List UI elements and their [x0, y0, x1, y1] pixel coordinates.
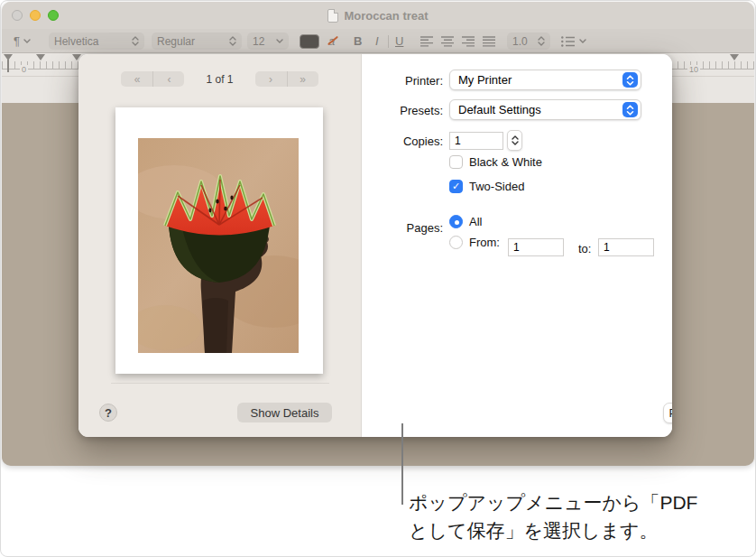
two-sided-label: Two-Sided: [469, 180, 524, 193]
printer-label: Printer:: [405, 74, 443, 88]
copies-value: 1: [455, 135, 461, 147]
page-nav-back: « ‹: [121, 71, 184, 87]
print-options-pane: Printer: My Printer Presets: Default Set…: [362, 54, 672, 437]
from-field[interactable]: 1: [508, 238, 564, 256]
callout-line2: として保存」を選択します。: [409, 516, 697, 544]
chevron-up-down-icon: [538, 36, 545, 46]
presets-value: Default Settings: [458, 103, 541, 116]
left-margin-marker[interactable]: [4, 54, 13, 60]
strikethrough-color-icon[interactable]: a: [328, 34, 335, 48]
bold-label: B: [354, 34, 362, 48]
font-style-value: Regular: [157, 35, 195, 48]
ruler-number: 0: [20, 65, 28, 74]
document-icon: [327, 9, 338, 23]
copies-label: Copies:: [403, 135, 443, 148]
chevron-up-down-icon: [132, 36, 139, 46]
checkmark-icon: ✓: [452, 181, 460, 192]
to-label: to:: [578, 242, 591, 255]
line-spacing-value: 1.0: [512, 35, 528, 48]
chevron-down-icon: [579, 39, 586, 43]
pages-all-radio[interactable]: [449, 215, 463, 228]
underline-label: U: [395, 34, 403, 48]
printer-popup[interactable]: My Printer: [449, 70, 641, 90]
font-family-select[interactable]: Helvetica: [49, 32, 144, 50]
black-white-label: Black & White: [469, 155, 542, 169]
to-value: 1: [604, 241, 610, 254]
pdf-menu-button[interactable]: PDF: [663, 403, 672, 423]
popup-chevrons-icon: [622, 72, 638, 88]
list-style-menu[interactable]: [561, 32, 586, 50]
black-white-option[interactable]: Black & White: [449, 155, 542, 169]
pages-all-option[interactable]: All: [449, 215, 482, 228]
callout-text: ポップアップメニューから「PDF として保存」を選択します。: [409, 488, 697, 544]
pages-range-option[interactable]: From:: [449, 236, 500, 249]
window-title: Moroccan treat: [344, 9, 428, 23]
two-sided-option[interactable]: ✓ Two-Sided: [449, 180, 524, 193]
copies-stepper[interactable]: [507, 130, 522, 151]
printer-value: My Printer: [458, 73, 512, 87]
ruler-number: 10: [687, 65, 700, 74]
underline-button[interactable]: U: [395, 32, 403, 50]
right-margin-marker[interactable]: [730, 54, 739, 60]
two-sided-checkbox[interactable]: ✓: [449, 180, 463, 193]
pages-label: Pages:: [407, 221, 443, 235]
callout-line: [401, 423, 403, 505]
text-color-well[interactable]: [300, 34, 319, 49]
callout-line1: ポップアップメニューから「PDF: [409, 488, 697, 516]
show-details-button[interactable]: Show Details: [237, 403, 332, 422]
align-left-button[interactable]: [420, 32, 434, 50]
help-label: ?: [105, 406, 112, 420]
copies-field[interactable]: 1: [449, 132, 503, 150]
last-page-button[interactable]: »: [287, 71, 318, 87]
black-white-checkbox[interactable]: [449, 155, 463, 169]
popup-chevrons-icon: [622, 102, 638, 117]
align-center-button[interactable]: [441, 32, 455, 50]
font-style-select[interactable]: Regular: [152, 32, 242, 50]
show-details-label: Show Details: [251, 406, 319, 420]
italic-button[interactable]: I: [375, 32, 379, 50]
line-spacing-stepper[interactable]: 1.0: [507, 32, 550, 50]
pages-all-label: All: [469, 215, 482, 228]
help-button[interactable]: ?: [99, 404, 117, 422]
chevron-up-down-icon: [229, 36, 236, 46]
pdf-label: PDF: [669, 406, 673, 420]
chevron-down-icon: [276, 39, 283, 43]
next-page-button[interactable]: ›: [255, 71, 287, 87]
previous-page-button[interactable]: ‹: [152, 71, 184, 87]
print-dialog: « ‹ 1 of 1 › »: [78, 54, 672, 437]
watermelon-photo: [138, 138, 299, 353]
font-family-value: Helvetica: [54, 35, 98, 48]
format-toolbar: ¶ Helvetica Regular 12: [2, 29, 754, 53]
presets-popup[interactable]: Default Settings: [449, 99, 641, 120]
indent-marker[interactable]: [36, 54, 45, 60]
title-bar: Moroccan treat: [2, 2, 754, 29]
bold-button[interactable]: B: [354, 32, 362, 50]
font-size-select[interactable]: 12: [247, 32, 289, 50]
from-value: 1: [513, 241, 520, 254]
page-indicator: 1 of 1: [206, 73, 233, 86]
toolbar-divider: [388, 35, 389, 48]
from-label: From:: [469, 236, 500, 249]
pages-range-radio[interactable]: [449, 236, 463, 249]
paragraph-style-menu[interactable]: ¶: [14, 32, 31, 50]
italic-label: I: [375, 34, 379, 48]
chevron-down-icon: [23, 39, 31, 43]
preview-well-border: [111, 383, 329, 384]
screenshot-figure: Moroccan treat ¶ Helvetica Regular: [0, 0, 756, 557]
print-preview-page: [115, 107, 323, 374]
align-right-button[interactable]: [462, 32, 475, 50]
to-field[interactable]: 1: [598, 238, 654, 256]
align-justify-button[interactable]: [483, 32, 496, 50]
paragraph-icon: ¶: [14, 34, 20, 48]
first-page-button[interactable]: «: [121, 71, 152, 87]
preview-pane: « ‹ 1 of 1 › »: [78, 54, 362, 437]
presets-label: Presets:: [400, 104, 443, 117]
font-size-value: 12: [253, 35, 264, 48]
page-nav-forward: › »: [255, 71, 318, 87]
